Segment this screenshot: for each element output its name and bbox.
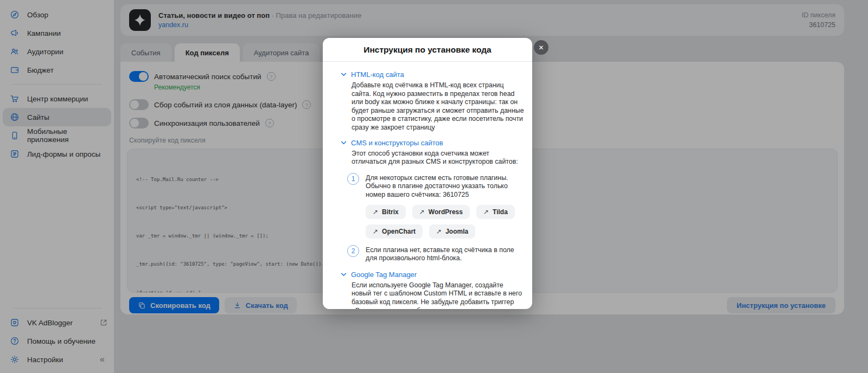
- chevron-down-icon: [341, 73, 347, 76]
- chip-label: Bitrix: [382, 208, 399, 216]
- external-arrow-icon: ↗: [436, 228, 442, 235]
- section-title: Google Tag Manager: [351, 271, 417, 279]
- chip-label: WordPress: [429, 208, 463, 216]
- chip-joomla[interactable]: ↗Joomla: [429, 224, 475, 239]
- close-icon[interactable]: ✕: [534, 40, 548, 55]
- section-title: HTML-код сайта: [351, 70, 404, 79]
- cms-chips-row-1: ↗Bitrix ↗WordPress ↗Tilda: [366, 205, 524, 219]
- section-html-code[interactable]: HTML-код сайта: [341, 70, 524, 79]
- modal-title: Инструкция по установке кода: [323, 38, 532, 62]
- external-arrow-icon: ↗: [373, 208, 378, 216]
- section-body: Добавьте код счётчика в HTML-код всех ст…: [352, 81, 524, 132]
- chip-bitrix[interactable]: ↗Bitrix: [366, 205, 406, 219]
- external-arrow-icon: ↗: [419, 208, 425, 216]
- chip-openchart[interactable]: ↗OpenChart: [366, 224, 423, 239]
- chip-label: Tilda: [493, 208, 508, 216]
- chip-label: OpenChart: [382, 228, 416, 235]
- section-cms[interactable]: CMS и конструкторы сайтов: [341, 139, 524, 147]
- step-text: Если плагина нет, вставьте код счётчика …: [366, 245, 515, 263]
- step-number: 2: [347, 245, 359, 257]
- step-number: 1: [347, 173, 359, 185]
- step-1: 1 Для некоторых систем есть готовые плаг…: [347, 173, 524, 200]
- instruction-modal: Инструкция по установке кода HTML-код са…: [323, 38, 532, 309]
- chip-wordpress[interactable]: ↗WordPress: [412, 205, 470, 219]
- chip-label: Joomla: [445, 228, 468, 235]
- chevron-down-icon: [341, 141, 347, 145]
- modal-body: HTML-код сайта Добавьте код счётчика в H…: [323, 62, 532, 309]
- section-body: Если используете Google Tag Manager, соз…: [352, 281, 524, 309]
- external-arrow-icon: ↗: [373, 228, 378, 235]
- section-gtm[interactable]: Google Tag Manager: [341, 271, 524, 279]
- chip-tilda[interactable]: ↗Tilda: [476, 205, 515, 219]
- step-text: Для некоторых систем есть готовые плагин…: [366, 173, 515, 200]
- external-arrow-icon: ↗: [483, 208, 489, 216]
- section-body: Этот способ установки кода счетчика може…: [352, 150, 524, 166]
- step-2: 2 Если плагина нет, вставьте код счётчик…: [347, 245, 524, 263]
- cms-chips-row-2: ↗OpenChart ↗Joomla: [366, 224, 524, 239]
- chevron-down-icon: [341, 273, 347, 276]
- section-title: CMS и конструкторы сайтов: [351, 139, 443, 147]
